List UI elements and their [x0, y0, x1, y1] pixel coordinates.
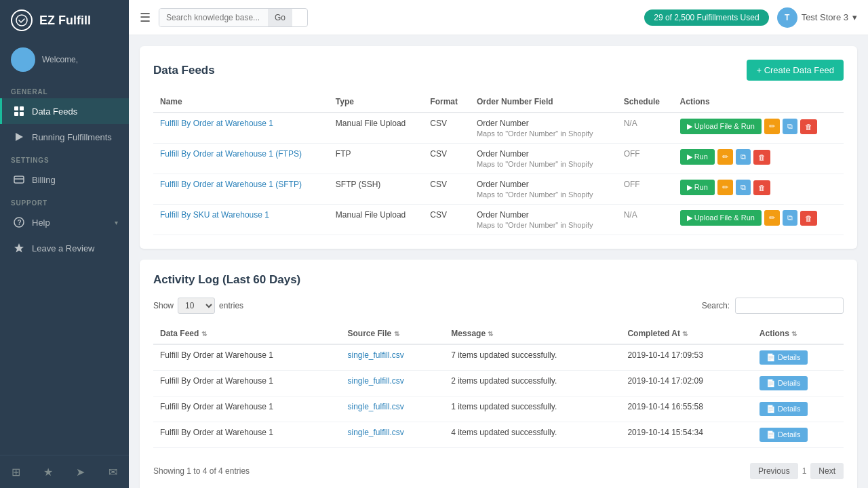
copy-button[interactable]: ⧉ [736, 180, 751, 195]
feed-actions: ▶ Upload File & Run ✏ ⧉ 🗑 [673, 113, 844, 144]
activity-search-input[interactable] [735, 298, 844, 314]
search-label: Search: [702, 301, 730, 310]
fulfillments-badge: 29 of 2,500 Fulfillments Used [644, 9, 768, 26]
schedule-na: N/A [624, 119, 637, 128]
search-input[interactable] [159, 9, 268, 26]
run-button[interactable]: ▶ Run [680, 180, 715, 195]
edit-button[interactable]: ✏ [764, 119, 780, 134]
edit-button[interactable]: ✏ [764, 210, 780, 226]
play-icon [13, 131, 25, 143]
sidebar: EZ Fulfill Welcome, GENERAL Data Feeds R… [0, 0, 129, 488]
sidebar-item-leave-review[interactable]: Leave a Review [0, 235, 129, 261]
details-button[interactable]: 📄 Details [760, 402, 808, 416]
col-order-field: Order Number Field [470, 92, 617, 113]
feed-actions: ▶ Run ✏ ⧉ 🗑 [673, 144, 844, 174]
next-page-button[interactable]: Next [810, 463, 844, 479]
upload-run-button[interactable]: ▶ Upload File & Run [680, 119, 762, 134]
log-completed-at: 2019-10-14 17:02:09 [620, 371, 752, 396]
copy-button[interactable]: ⧉ [783, 210, 797, 226]
data-feed-row: Fulfill By Order at Warehouse 1 (FTPS) F… [153, 144, 844, 174]
delete-button[interactable]: 🗑 [753, 150, 770, 165]
details-button[interactable]: 📄 Details [760, 376, 808, 390]
bottom-grid-icon[interactable]: ⊞ [7, 462, 26, 481]
create-data-feed-button[interactable]: + Create Data Feed [747, 60, 844, 81]
showing-text: Showing 1 to 4 of 4 entries [153, 466, 250, 476]
svg-text:?: ? [18, 219, 22, 226]
log-data-feed: Fulfill By Order at Warehouse 1 [153, 344, 340, 371]
edit-button[interactable]: ✏ [717, 149, 733, 165]
feed-name: Fulfill By SKU at Warehouse 1 [153, 205, 329, 235]
store-name: Test Store 3 [802, 12, 848, 22]
delete-button[interactable]: 🗑 [800, 119, 817, 134]
col-completed-at: Completed At ⇅ [620, 323, 752, 344]
activity-log-row: Fulfill By Order at Warehouse 1 single_f… [153, 371, 844, 396]
details-button[interactable]: 📄 Details [760, 428, 808, 442]
bottom-mail-icon[interactable]: ✉ [103, 462, 122, 481]
sidebar-item-billing[interactable]: Billing [0, 167, 129, 192]
welcome-label: Welcome, [42, 55, 78, 64]
sidebar-item-help[interactable]: ? Help ▾ [0, 209, 129, 235]
billing-icon [13, 174, 25, 186]
activity-log-row: Fulfill By Order at Warehouse 1 single_f… [153, 396, 844, 422]
bottom-star-icon[interactable]: ★ [39, 462, 58, 481]
chevron-down-icon: ▾ [115, 219, 118, 226]
feed-type: Manual File Upload [329, 113, 424, 144]
entries-label: entries [219, 301, 243, 310]
activity-log-row: Fulfill By Order at Warehouse 1 single_f… [153, 422, 844, 448]
section-support-label: SUPPORT [0, 192, 129, 209]
show-entries-control: Show 10 25 50 100 entries [153, 298, 243, 314]
sidebar-item-data-feeds[interactable]: Data Feeds [0, 98, 129, 124]
sidebar-logo: EZ Fulfill [0, 0, 129, 41]
log-data-feed: Fulfill By Order at Warehouse 1 [153, 371, 340, 396]
bottom-send-icon[interactable]: ➤ [71, 462, 90, 481]
log-completed-at: 2019-10-14 17:09:53 [620, 344, 752, 371]
billing-label: Billing [32, 175, 118, 185]
schedule-na: N/A [624, 210, 637, 220]
data-feeds-card: Data Feeds + Create Data Feed Name Type … [140, 46, 857, 249]
log-source-file: single_fulfill.csv [340, 344, 444, 371]
copy-button[interactable]: ⧉ [783, 119, 797, 134]
log-actions: 📄 Details [753, 371, 844, 396]
feed-name: Fulfill By Order at Warehouse 1 [153, 113, 329, 144]
store-selector[interactable]: T Test Store 3 ▾ [777, 7, 857, 28]
activity-log-title: Activity Log (Last 60 Days) [153, 273, 300, 287]
log-actions: 📄 Details [753, 344, 844, 371]
log-actions: 📄 Details [753, 396, 844, 422]
log-source-file: single_fulfill.csv [340, 422, 444, 448]
svg-rect-2 [20, 106, 24, 110]
svg-rect-3 [14, 112, 18, 116]
details-button[interactable]: 📄 Details [760, 350, 808, 365]
pagination: Previous 1 Next [750, 463, 844, 479]
log-actions: 📄 Details [753, 422, 844, 448]
delete-button[interactable]: 🗑 [800, 211, 817, 226]
search-entries-control: Search: [702, 298, 844, 314]
main-content: ☰ Go 29 of 2,500 Fulfillments Used T Tes… [129, 0, 868, 488]
store-chevron-icon: ▾ [852, 12, 857, 22]
section-general-label: GENERAL [0, 81, 129, 98]
delete-button[interactable]: 🗑 [753, 180, 770, 195]
activity-log-table: Data Feed ⇅ Source File ⇅ Message ⇅ Comp… [153, 323, 844, 448]
run-button[interactable]: ▶ Run [680, 149, 715, 165]
hamburger-icon[interactable]: ☰ [140, 10, 151, 25]
feed-order-field: Order Number Maps to "Order Number" in S… [470, 205, 617, 235]
col-message: Message ⇅ [444, 323, 620, 344]
entries-select[interactable]: 10 25 50 100 [178, 298, 215, 314]
page-number: 1 [801, 466, 808, 476]
data-feed-row: Fulfill By SKU at Warehouse 1 Manual Fil… [153, 205, 844, 235]
upload-run-button[interactable]: ▶ Upload File & Run [680, 210, 762, 226]
sidebar-user: Welcome, [0, 41, 129, 81]
svg-rect-4 [20, 112, 24, 116]
data-feed-row: Fulfill By Order at Warehouse 1 (SFTP) S… [153, 174, 844, 205]
help-label: Help [32, 218, 108, 228]
copy-button[interactable]: ⧉ [736, 149, 751, 165]
grid-icon [13, 105, 25, 117]
activity-log-table-header: Data Feed ⇅ Source File ⇅ Message ⇅ Comp… [153, 323, 844, 344]
sidebar-item-running-fulfillments[interactable]: Running Fulfillments [0, 124, 129, 150]
col-source-file: Source File ⇅ [340, 323, 444, 344]
previous-page-button[interactable]: Previous [750, 463, 798, 479]
feed-name: Fulfill By Order at Warehouse 1 (SFTP) [153, 174, 329, 205]
edit-button[interactable]: ✏ [717, 180, 733, 195]
search-go-button[interactable]: Go [268, 9, 292, 26]
log-completed-at: 2019-10-14 15:54:34 [620, 422, 752, 448]
col-name: Name [153, 92, 329, 113]
